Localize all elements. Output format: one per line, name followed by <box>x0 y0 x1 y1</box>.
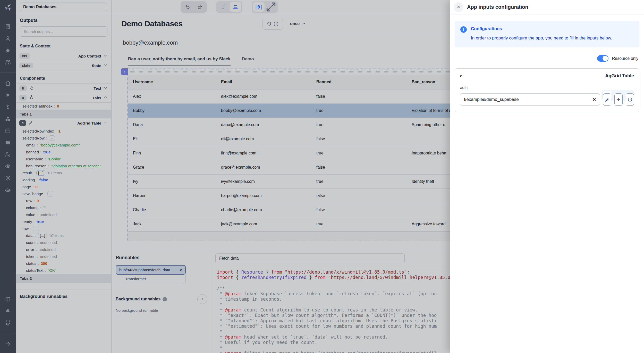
component-type: AgGrid Table <box>605 73 634 79</box>
modal-dim-overlay[interactable] <box>0 0 450 353</box>
windmill-app-editor: Outputs State & Context ctxApp Contextst… <box>0 0 644 353</box>
component-key: c <box>460 74 462 78</box>
edit-resource-button[interactable] <box>603 93 611 106</box>
component-input-card: c AgGrid Table auth f f/examples/demo_su… <box>455 68 639 112</box>
app-inputs-drawer: ✕ App inputs configuration i Configurati… <box>450 0 644 353</box>
resource-only-toggle[interactable] <box>597 55 608 62</box>
info-text: In order to properly configure the app, … <box>471 36 612 41</box>
add-resource-button[interactable]: + <box>614 93 623 106</box>
drawer-title: App inputs configuration <box>467 4 528 10</box>
close-icon[interactable]: ✕ <box>454 2 463 12</box>
clear-input-icon[interactable]: ✕ <box>592 97 596 102</box>
resource-input[interactable]: f/examples/demo_supabase ✕ <box>460 93 600 106</box>
info-icon: i <box>460 26 467 33</box>
configurations-info-box: i Configurations In order to properly co… <box>455 21 639 47</box>
resource-only-label: Resource only <box>612 56 638 61</box>
info-title: Configurations <box>471 26 612 31</box>
refresh-resource-button[interactable] <box>626 93 634 106</box>
